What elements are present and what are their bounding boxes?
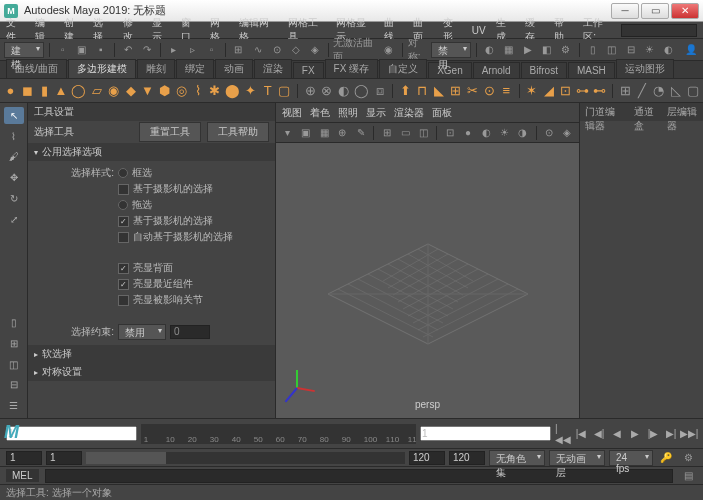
step-back-icon[interactable]: ◀| [591, 426, 607, 442]
bookmark-icon[interactable]: ▣ [298, 125, 313, 141]
panel-layout3-icon[interactable]: ⊟ [623, 41, 639, 59]
goto-end-icon[interactable]: ▶▶| [681, 426, 697, 442]
camera-select-icon[interactable]: ▾ [280, 125, 295, 141]
poly-cube-icon[interactable]: ◼ [21, 82, 34, 100]
affected-check[interactable] [118, 295, 129, 306]
superellipse-icon[interactable]: ✦ [244, 82, 257, 100]
panel-layout1-icon[interactable]: ▯ [585, 41, 601, 59]
tab-rig[interactable]: 绑定 [176, 59, 214, 78]
timeline-track[interactable]: 1102030405060708090100110115 [141, 424, 416, 444]
smooth-icon[interactable]: ◯ [354, 82, 369, 100]
rtab-modeling[interactable]: 门道编辑器 [580, 103, 629, 121]
multicut-icon[interactable]: ✂ [466, 82, 479, 100]
step-forward-key-icon[interactable]: ▶| [663, 426, 679, 442]
layout-four-icon[interactable]: ⊞ [4, 335, 24, 352]
command-input[interactable] [45, 469, 673, 483]
type-icon[interactable]: T [261, 82, 274, 100]
common-select-section[interactable]: 公用选择选项 [28, 143, 275, 161]
bridge-icon[interactable]: ⊓ [416, 82, 429, 100]
gear-icon[interactable]: ✱ [208, 82, 221, 100]
tab-arnold[interactable]: Arnold [473, 62, 520, 78]
poly-plane-icon[interactable]: ▱ [90, 82, 103, 100]
view-menu[interactable]: 视图 [282, 106, 302, 120]
script-editor-icon[interactable]: ▤ [679, 467, 697, 485]
charset-dropdown[interactable]: 无角色集 [489, 450, 545, 466]
separate-icon[interactable]: ⊗ [321, 82, 334, 100]
range-out-input[interactable] [409, 451, 445, 465]
grease-icon[interactable]: ✎ [353, 125, 368, 141]
show-menu[interactable]: 显示 [366, 106, 386, 120]
triangulate-icon[interactable]: ◺ [669, 82, 682, 100]
symmetry-section[interactable]: 对称设置 [28, 363, 275, 381]
gamma-icon[interactable]: ◐ [661, 41, 677, 59]
layout-single-icon[interactable]: ▯ [4, 314, 24, 331]
play-forward-icon[interactable]: ▶ [627, 426, 643, 442]
account-icon[interactable]: 👤 [683, 41, 699, 59]
mirror-icon[interactable]: ⧈ [373, 82, 386, 100]
render-settings-icon[interactable]: ⚙ [558, 41, 574, 59]
save-scene-icon[interactable]: ▪ [93, 41, 109, 59]
grid-icon[interactable]: ⊞ [379, 125, 394, 141]
step-back-key-icon[interactable]: |◀ [573, 426, 589, 442]
collapse-icon[interactable]: ⊡ [559, 82, 572, 100]
move-tool-icon[interactable]: ✥ [4, 169, 24, 186]
select-tool-icon[interactable]: ↖ [4, 107, 24, 124]
rtab-channel[interactable]: 通道盒 [629, 103, 662, 121]
make-live-icon[interactable]: ◉ [381, 41, 397, 59]
prefs-icon[interactable]: ⚙ [679, 449, 697, 467]
exposure-icon[interactable]: ☀ [642, 41, 658, 59]
svg-icon[interactable]: ▢ [278, 82, 291, 100]
connect-icon[interactable]: ⊶ [576, 82, 589, 100]
constraint-dropdown[interactable]: 禁用 [118, 324, 166, 340]
shadows-icon[interactable]: ◑ [515, 125, 530, 141]
poly-pipe-icon[interactable]: ◎ [175, 82, 188, 100]
symmetry-dropdown[interactable]: 禁用 [431, 42, 471, 58]
rotate-tool-icon[interactable]: ↻ [4, 190, 24, 207]
sculpt-icon[interactable]: ◔ [653, 82, 666, 100]
nearest-check[interactable] [118, 279, 129, 290]
snap-grid-icon[interactable]: ⊞ [230, 41, 246, 59]
target-weld-icon[interactable]: ⊙ [483, 82, 496, 100]
image-plane-icon[interactable]: ▦ [317, 125, 332, 141]
poke-icon[interactable]: ✶ [526, 82, 539, 100]
detach-icon[interactable]: ⊷ [593, 82, 606, 100]
animlayer-dropdown[interactable]: 无动画层 [549, 450, 605, 466]
poly-prism-icon[interactable]: ⬢ [158, 82, 171, 100]
module-dropdown[interactable]: 建模 [4, 42, 44, 58]
cam-marquee-check[interactable] [118, 184, 129, 195]
play-back-icon[interactable]: ◀ [609, 426, 625, 442]
undo-icon[interactable]: ↶ [120, 41, 136, 59]
platonic-icon[interactable]: ◆ [124, 82, 137, 100]
range-in-input[interactable] [46, 451, 82, 465]
poly-cone-icon[interactable]: ▲ [55, 82, 68, 100]
marquee-radio[interactable] [118, 168, 128, 178]
redo-icon[interactable]: ↷ [139, 41, 155, 59]
poly-sphere-icon[interactable]: ● [4, 82, 17, 100]
wedge-icon[interactable]: ◢ [542, 82, 555, 100]
snap-curve-icon[interactable]: ∿ [250, 41, 266, 59]
range-start-input[interactable] [6, 451, 42, 465]
open-scene-icon[interactable]: ▣ [74, 41, 90, 59]
step-forward-icon[interactable]: |▶ [645, 426, 661, 442]
constraint-value-input[interactable]: 0 [170, 325, 210, 339]
quad-draw-icon[interactable]: ⊞ [619, 82, 632, 100]
textured-icon[interactable]: ◐ [479, 125, 494, 141]
combine-icon[interactable]: ⊕ [304, 82, 317, 100]
select-comp-icon[interactable]: ▫ [204, 41, 220, 59]
wireframe-icon[interactable]: ⊡ [442, 125, 457, 141]
snap-live-icon[interactable]: ◈ [307, 41, 323, 59]
panels-menu[interactable]: 面板 [432, 106, 452, 120]
drag-radio[interactable] [118, 200, 128, 210]
panel-layout2-icon[interactable]: ◫ [604, 41, 620, 59]
paint-select-icon[interactable]: 🖌 [4, 148, 24, 165]
new-scene-icon[interactable]: ▫ [55, 41, 71, 59]
tool-help-button[interactable]: 工具帮助 [207, 122, 269, 142]
rtab-layer[interactable]: 层编辑器 [662, 103, 703, 121]
layout-two-icon[interactable]: ◫ [4, 356, 24, 373]
renderer-menu[interactable]: 渲染器 [394, 106, 424, 120]
range-end-input[interactable] [449, 451, 485, 465]
boolean-icon[interactable]: ◐ [337, 82, 350, 100]
xray-icon[interactable]: ◈ [560, 125, 575, 141]
tab-bifrost[interactable]: Bifrost [521, 62, 567, 78]
select-hier-icon[interactable]: ▸ [166, 41, 182, 59]
